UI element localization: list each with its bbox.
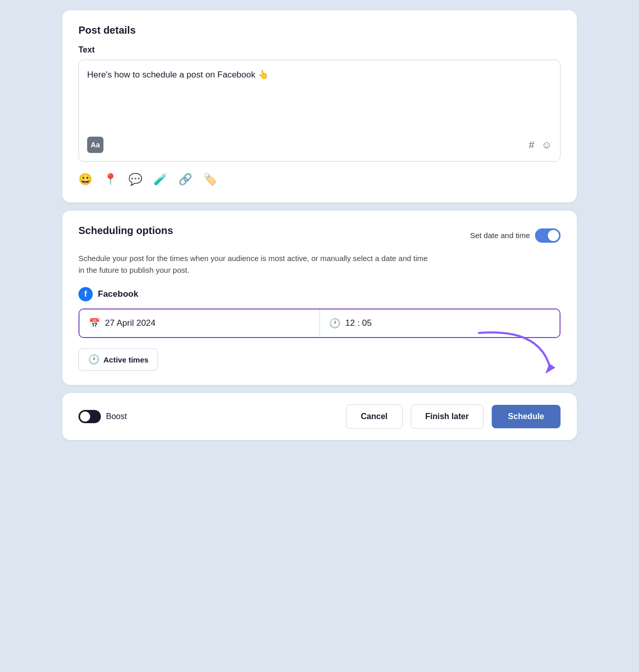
arrow-area: 🕐 Active times — [78, 348, 561, 371]
emoji-icon[interactable]: 😀 — [78, 173, 92, 186]
facebook-row: f Facebook — [78, 287, 561, 301]
active-times-label: Active times — [103, 355, 148, 364]
date-value: 27 April 2024 — [105, 318, 155, 328]
facebook-icon: f — [78, 287, 93, 301]
date-cell[interactable]: 📅 27 April 2024 — [79, 309, 320, 337]
messenger-icon[interactable]: 💬 — [128, 173, 142, 186]
scheduling-title: Scheduling options — [78, 225, 173, 237]
boost-toggle-thumb — [80, 411, 90, 422]
post-toolbar: 😀 📍 💬 🧪 🔗 🏷️ — [78, 171, 561, 188]
post-details-card: Post details Text Here's how to schedule… — [62, 10, 577, 202]
text-content: Here's how to schedule a post on Faceboo… — [87, 68, 552, 82]
text-label: Text — [78, 45, 561, 55]
active-times-button[interactable]: 🕐 Active times — [78, 348, 158, 371]
cancel-button[interactable]: Cancel — [346, 404, 402, 429]
toggle-track — [535, 228, 561, 243]
hashtag-icon[interactable]: # — [528, 139, 534, 151]
calendar-icon: 📅 — [89, 318, 100, 329]
scheduling-header: Scheduling options Set date and time — [78, 225, 561, 246]
bottom-bar: Boost Cancel Finish later Schedule — [62, 393, 577, 440]
text-area[interactable]: Here's how to schedule a post on Faceboo… — [78, 60, 561, 162]
curved-arrow-annotation — [454, 323, 566, 384]
facebook-label: Facebook — [98, 289, 138, 299]
set-date-toggle[interactable] — [535, 228, 561, 243]
clock-icon: 🕐 — [329, 318, 340, 329]
scheduling-description: Schedule your post for the times when yo… — [78, 253, 435, 276]
flask-icon[interactable]: 🧪 — [153, 173, 167, 186]
set-date-toggle-wrapper[interactable]: Set date and time — [470, 228, 561, 243]
schedule-button[interactable]: Schedule — [492, 405, 561, 428]
post-details-title: Post details — [78, 24, 561, 36]
toggle-label: Set date and time — [470, 231, 530, 240]
boost-toggle[interactable] — [78, 410, 101, 423]
scheduling-card: Scheduling options Set date and time Sch… — [62, 211, 577, 385]
toggle-thumb — [548, 230, 559, 241]
active-times-icon: 🕐 — [88, 354, 99, 365]
emoji-picker-icon[interactable]: ☺ — [542, 139, 552, 151]
location-icon[interactable]: 📍 — [103, 173, 117, 186]
textarea-bottom-bar: Aa # ☺ — [87, 137, 552, 153]
textarea-right-icons: # ☺ — [528, 139, 552, 151]
aa-icon[interactable]: Aa — [87, 137, 103, 153]
finish-later-button[interactable]: Finish later — [411, 404, 484, 429]
tag-icon[interactable]: 🏷️ — [203, 173, 217, 186]
boost-label: Boost — [106, 412, 127, 421]
time-value: 12 : 05 — [345, 318, 372, 328]
link-icon[interactable]: 🔗 — [178, 173, 192, 186]
svg-marker-0 — [545, 364, 555, 374]
boost-section: Boost — [78, 410, 338, 423]
